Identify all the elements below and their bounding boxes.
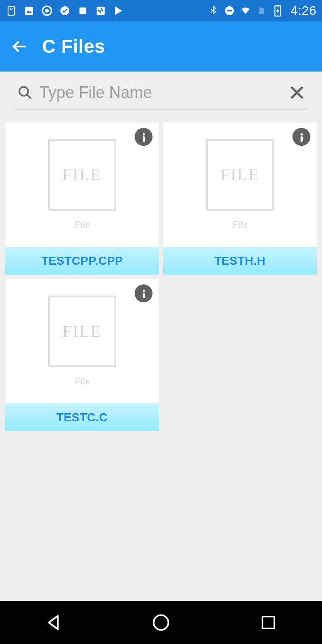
play-store-icon — [113, 5, 124, 17]
thumb-caption: File — [74, 375, 89, 387]
file-name-bar: TESTCPP.CPP — [5, 247, 159, 275]
svg-rect-15 — [263, 617, 275, 629]
battery-charging-icon — [272, 5, 284, 17]
file-name: TESTH.H — [214, 254, 266, 268]
file-info-button[interactable] — [292, 128, 310, 146]
svg-rect-1 — [25, 7, 33, 15]
back-button[interactable] — [8, 36, 30, 57]
file-name: TESTCPP.CPP — [41, 254, 123, 268]
info-icon — [143, 290, 145, 292]
svg-rect-0 — [8, 6, 14, 15]
check-circle-icon — [59, 5, 71, 17]
search-input[interactable] — [39, 81, 286, 104]
file-name-bar: TESTH.H — [163, 247, 317, 275]
activity-icon — [95, 5, 106, 17]
svg-point-4 — [45, 9, 49, 13]
nav-recent-button[interactable] — [242, 609, 295, 636]
svg-point-14 — [154, 615, 169, 630]
nav-back-button[interactable] — [27, 609, 80, 636]
svg-rect-11 — [276, 5, 279, 6]
stop-icon — [77, 5, 89, 17]
system-nav-bar — [0, 601, 322, 644]
info-icon — [143, 133, 145, 136]
file-info-button[interactable] — [135, 128, 153, 146]
file-name-bar: TESTC.C — [5, 403, 159, 431]
file-card[interactable]: FILE File TESTC.C — [5, 279, 159, 431]
status-left-icons — [5, 5, 124, 17]
app-bar: C Files — [0, 21, 322, 72]
search-row — [14, 81, 308, 110]
svg-rect-6 — [80, 8, 86, 14]
page-title: C Files — [42, 36, 105, 57]
record-icon — [41, 5, 53, 17]
screenshot-icon — [5, 5, 17, 17]
thumb-label: FILE — [220, 165, 260, 184]
search-icon — [14, 82, 36, 103]
file-name: TESTC.C — [56, 411, 108, 424]
svg-line-13 — [27, 95, 31, 98]
wifi-icon — [240, 5, 251, 17]
square-recent-icon — [259, 614, 277, 631]
thumb-caption: File — [232, 219, 247, 230]
arrow-left-icon — [10, 38, 28, 55]
thumb-label: FILE — [63, 165, 102, 184]
file-info-button[interactable] — [135, 284, 153, 302]
no-sim-icon — [256, 5, 267, 17]
triangle-back-icon — [44, 613, 64, 632]
circle-home-icon — [151, 613, 171, 632]
info-icon — [301, 133, 303, 136]
clear-search-button[interactable] — [286, 82, 308, 103]
thumb-caption: File — [74, 219, 89, 230]
bluetooth-icon — [208, 5, 219, 17]
svg-rect-9 — [227, 10, 232, 12]
file-card[interactable]: FILE File TESTCPP.CPP — [5, 123, 159, 275]
status-bar: 4:26 — [0, 0, 322, 21]
image-icon — [23, 5, 35, 17]
nav-home-button[interactable] — [134, 609, 188, 636]
status-clock: 4:26 — [291, 4, 317, 18]
file-grid: FILE File TESTCPP.CPP FILE File TESTH.H … — [0, 118, 322, 601]
status-right-icons: 4:26 — [208, 4, 317, 18]
close-icon — [288, 84, 305, 101]
thumb-label: FILE — [63, 322, 102, 341]
do-not-disturb-icon — [224, 5, 235, 17]
file-card[interactable]: FILE File TESTH.H — [163, 123, 317, 275]
